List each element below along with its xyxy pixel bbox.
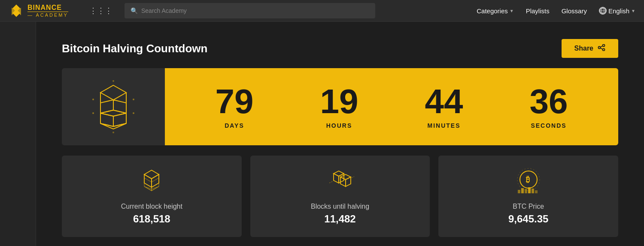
days-label: DAYS: [216, 122, 254, 129]
svg-text:₿: ₿: [526, 175, 530, 184]
hours-unit: 19 HOURS: [320, 84, 358, 129]
block-height-icon-area: [137, 166, 167, 196]
main-content: Bitcoin Halving Countdown Share: [36, 22, 644, 246]
nav-links: Categories ▼ Playlists Glossary English …: [477, 7, 635, 15]
svg-point-8: [603, 49, 605, 51]
logo-academy: — ACADEMY: [27, 12, 68, 18]
svg-line-42: [352, 177, 354, 178]
logo-binance: BINANCE: [27, 4, 68, 12]
svg-rect-48: [528, 187, 531, 193]
btc-price-icon: ₿: [513, 166, 544, 196]
countdown-icon-box: [62, 68, 165, 145]
svg-rect-47: [525, 189, 527, 193]
nav-glossary[interactable]: Glossary: [562, 7, 587, 15]
svg-marker-31: [152, 174, 159, 187]
countdown-timer: 79 DAYS 19 HOURS 44 MINUTES 36 SECONDS: [165, 68, 618, 145]
block-height-value: 618,518: [133, 213, 170, 225]
svg-line-11: [600, 48, 603, 49]
btc-price-label: BTC Price: [513, 203, 544, 210]
categories-dropdown-icon: ▼: [510, 9, 514, 13]
grid-menu-icon[interactable]: ⋮⋮⋮: [89, 6, 112, 15]
stat-card-btc-price: ₿ BTC Price 9,645.35: [438, 156, 618, 237]
language-dropdown-icon: ▼: [631, 9, 635, 13]
svg-marker-40: [346, 177, 351, 186]
svg-point-26: [133, 112, 134, 114]
svg-marker-35: [334, 171, 344, 176]
logo-text: BINANCE — ACADEMY: [27, 4, 68, 18]
search-bar: 🔍: [125, 3, 375, 18]
svg-rect-45: [518, 190, 520, 193]
seconds-label: SECONDS: [530, 122, 568, 129]
countdown-section: 79 DAYS 19 HOURS 44 MINUTES 36 SECONDS: [62, 68, 618, 145]
block-height-icon: [137, 166, 167, 196]
minutes-label: MINUTES: [425, 122, 463, 129]
svg-rect-46: [521, 188, 524, 193]
nav-playlists[interactable]: Playlists: [526, 7, 550, 15]
svg-rect-50: [535, 190, 538, 193]
svg-line-10: [600, 46, 603, 47]
svg-marker-36: [334, 174, 339, 183]
left-sidebar: [0, 22, 36, 246]
nav-language[interactable]: English ▼: [599, 7, 635, 15]
svg-rect-49: [532, 189, 534, 193]
seconds-value: 36: [530, 84, 568, 119]
blocks-halving-icon: [325, 166, 355, 196]
svg-marker-17: [100, 110, 126, 116]
stat-card-blocks-halving: Blocks until halving 11,482: [250, 156, 430, 237]
globe-icon: [599, 7, 607, 15]
btc-price-value: 9,645.35: [508, 213, 548, 225]
svg-point-25: [92, 112, 94, 114]
minutes-unit: 44 MINUTES: [425, 84, 463, 129]
stats-row: Current block height 618,518: [62, 156, 618, 237]
search-icon: 🔍: [131, 7, 138, 14]
hours-value: 19: [320, 84, 358, 119]
btc-price-icon-area: ₿: [513, 166, 544, 196]
blocks-halving-label: Blocks until halving: [311, 203, 369, 210]
page-header: Bitcoin Halving Countdown Share: [62, 39, 618, 58]
svg-line-41: [329, 181, 333, 183]
svg-marker-15: [113, 100, 126, 113]
svg-marker-16: [100, 100, 113, 113]
binance-logo-icon: [9, 3, 24, 18]
logo[interactable]: BINANCE — ACADEMY: [9, 3, 77, 18]
svg-point-28: [112, 132, 114, 133]
svg-marker-38: [340, 174, 351, 180]
svg-point-23: [92, 99, 94, 100]
page-title: Bitcoin Halving Countdown: [62, 42, 207, 55]
stat-card-block-height: Current block height 618,518: [62, 156, 242, 237]
seconds-unit: 36 SECONDS: [530, 84, 568, 129]
layout: Bitcoin Halving Countdown Share: [0, 22, 644, 246]
svg-marker-12: [100, 85, 126, 100]
days-unit: 79 DAYS: [216, 84, 254, 129]
minutes-value: 44: [425, 84, 463, 119]
svg-marker-30: [144, 174, 152, 187]
blocks-halving-value: 11,482: [324, 213, 355, 225]
block-height-label: Current block height: [121, 203, 182, 210]
svg-point-27: [112, 80, 114, 82]
share-icon: [598, 44, 605, 53]
share-button[interactable]: Share: [562, 39, 618, 58]
hours-label: HOURS: [320, 122, 358, 129]
svg-point-7: [603, 45, 605, 47]
navbar: BINANCE — ACADEMY ⋮⋮⋮ 🔍 Categories ▼ Pla…: [0, 0, 644, 22]
halving-icon: [85, 79, 141, 135]
blocks-halving-icon-area: [325, 166, 355, 196]
nav-categories[interactable]: Categories ▼: [477, 7, 513, 15]
svg-marker-29: [144, 170, 159, 179]
search-input[interactable]: [141, 7, 369, 14]
days-value: 79: [216, 84, 254, 119]
svg-point-9: [598, 47, 601, 49]
svg-point-24: [133, 99, 134, 100]
